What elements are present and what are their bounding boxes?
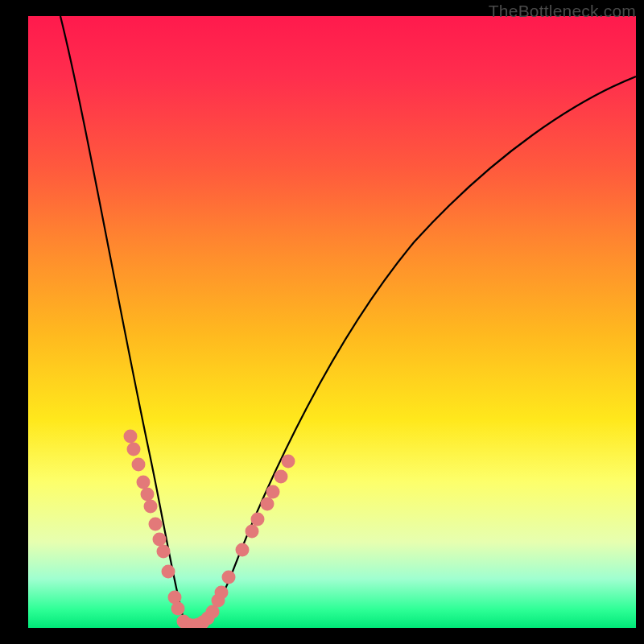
svg-point-7 [153,533,167,547]
svg-point-25 [261,497,275,511]
bottleneck-curve [60,16,636,626]
dots-right-group [206,455,295,619]
svg-point-28 [282,455,295,469]
svg-point-3 [137,476,151,489]
svg-point-5 [144,500,158,514]
svg-point-11 [171,602,185,616]
chart-plot-area [28,16,636,628]
svg-point-21 [222,571,236,584]
svg-point-4 [141,488,155,502]
svg-point-26 [266,485,280,499]
watermark-text: TheBottleneck.com [489,2,636,21]
svg-point-1 [127,443,141,456]
svg-point-6 [149,518,163,531]
svg-point-23 [246,525,259,539]
svg-point-24 [251,513,265,526]
svg-point-2 [132,458,146,472]
chart-svg [28,16,636,628]
svg-point-9 [162,565,175,579]
chart-frame: TheBottleneck.com [0,0,644,644]
svg-point-22 [236,543,250,557]
svg-point-27 [275,470,288,484]
svg-point-20 [215,586,229,600]
svg-point-0 [124,430,138,444]
svg-point-8 [157,545,171,559]
